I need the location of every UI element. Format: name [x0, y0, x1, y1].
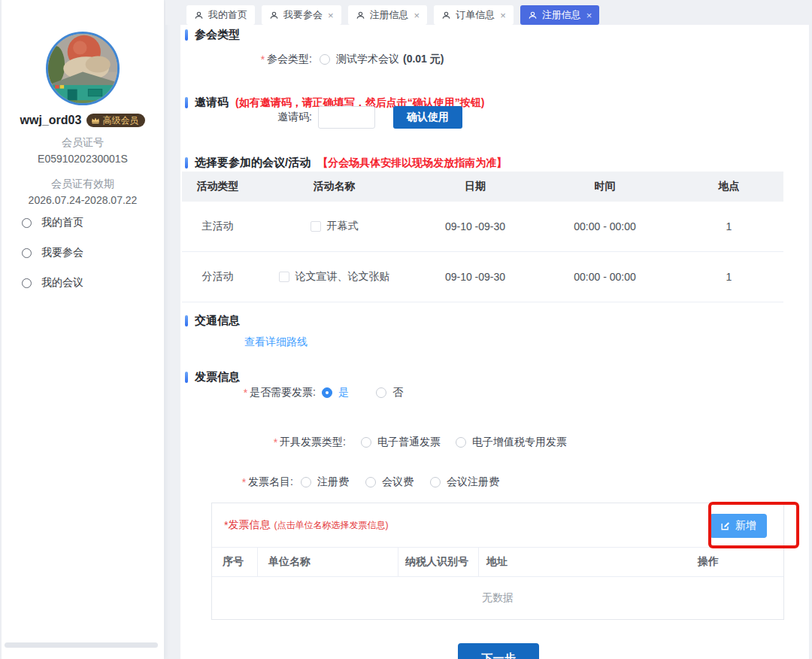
attend-type-price: (0.01 元) [403, 53, 444, 66]
tab-label: 注册信息 [542, 8, 581, 22]
circle-icon [22, 248, 32, 258]
section-title: 发票信息 [195, 370, 240, 384]
option-label: 电子增值税专用发票 [472, 436, 567, 449]
section-invoice: 发票信息 [185, 370, 240, 384]
sidebar-item-label: 我的会议 [41, 276, 83, 290]
invoice-name-option-conference-registration-fee[interactable]: 会议注册费 [430, 475, 499, 489]
radio-unchecked-icon[interactable] [320, 54, 330, 65]
option-label: 否 [392, 386, 403, 399]
radio-unchecked-icon[interactable] [430, 477, 441, 487]
radio-checked-icon[interactable] [322, 387, 332, 398]
activities-table-header: 活动类型 活动名称 日期 时间 地点 [182, 172, 783, 202]
checkbox-unchecked-icon[interactable] [279, 272, 289, 282]
activities-note: 【分会场具体安排以现场发放指南为准】 [317, 156, 507, 170]
col-header-place: 地点 [674, 180, 783, 193]
view-route-link[interactable]: 查看详细路线 [244, 336, 308, 349]
invoice-type-option-normal[interactable]: 电子普通发票 [361, 436, 441, 449]
invite-code-label: 邀请码: [277, 111, 312, 124]
invoice-need-no-option[interactable]: 否 [376, 386, 403, 399]
tab-registration-info-2-active[interactable]: 注册信息 × [520, 5, 600, 25]
section-title: 参会类型 [195, 28, 240, 42]
option-label: 会议费 [382, 475, 414, 489]
checkbox-unchecked-icon[interactable] [311, 221, 321, 232]
radio-unchecked-icon[interactable] [361, 437, 371, 448]
tab-close-icon[interactable]: × [586, 10, 592, 21]
circle-icon [22, 218, 32, 228]
invoice-name-label: 发票名目: [248, 475, 293, 489]
avatar-image [48, 34, 117, 103]
tab-registration-info-1[interactable]: 注册信息 × [348, 5, 428, 25]
radio-unchecked-icon[interactable] [376, 387, 386, 398]
sidebar-scrollbar-thumb[interactable] [5, 642, 158, 648]
section-activities: 选择要参加的会议/活动 【分会场具体安排以现场发放指南为准】 [185, 156, 507, 170]
member-badge: 高级会员 [86, 114, 145, 127]
table-row: 主活动 开幕式 09-10 -09-30 00:00 - 00:00 1 [182, 202, 783, 252]
invoice-table-header: 序号 单位名称 纳税人识别号 地址 操作 [212, 548, 783, 577]
cert-number-label: 会员证号 [2, 136, 164, 150]
col-header-date: 日期 [415, 180, 535, 193]
option-label: 注册费 [317, 475, 349, 489]
radio-unchecked-icon[interactable] [301, 477, 311, 487]
member-badge-label: 高级会员 [102, 116, 138, 125]
person-icon [441, 11, 451, 20]
attend-type-option-label: 测试学术会议 [336, 53, 399, 66]
invoice-name-option-registration-fee[interactable]: 注册费 [301, 475, 349, 489]
table-row: 分活动 论文宣讲、论文张贴 09-10 -09-30 00:00 - 00:00… [182, 252, 783, 302]
tab-bar: 我的首页 我要参会 × 注册信息 × 订单信息 × 注册信息 × [165, 0, 812, 25]
tab-close-icon[interactable]: × [328, 10, 334, 21]
required-mark: * [261, 53, 265, 65]
activity-place: 1 [674, 271, 783, 283]
invoice-type-row: * 开具发票类型: 电子普通发票 电子增值税专用发票 [180, 436, 567, 449]
cert-number-value: E0591020230001S [2, 153, 164, 165]
activity-time: 00:00 - 00:00 [535, 271, 674, 283]
person-icon [269, 11, 279, 20]
next-step-button[interactable]: 下一步 [458, 643, 539, 659]
invoice-name-option-conference-fee[interactable]: 会议费 [365, 475, 414, 489]
option-label: 会议注册费 [447, 475, 499, 489]
tab-order-info[interactable]: 订单信息 × [434, 5, 514, 25]
sidebar-item-my-home[interactable]: 我的首页 [2, 208, 164, 238]
invoice-panel-header: * 发票信息 (点击单位名称选择发票信息) 新增 [212, 503, 783, 548]
sidebar-item-my-conferences[interactable]: 我的会议 [2, 268, 164, 298]
activity-time: 00:00 - 00:00 [535, 220, 674, 232]
activity-date: 09-10 -09-30 [415, 271, 535, 283]
sidebar-item-join-conference[interactable]: 我要参会 [2, 238, 164, 268]
radio-unchecked-icon[interactable] [456, 437, 466, 448]
confirm-use-button[interactable]: 确认使用 [393, 106, 462, 129]
section-traffic: 交通信息 [185, 314, 240, 328]
col-header-tax-id: 纳税人识别号 [398, 548, 479, 576]
activities-table: 活动类型 活动名称 日期 时间 地点 主活动 开幕式 09-10 -09-30 … [182, 172, 783, 302]
invite-code-input[interactable] [318, 106, 375, 129]
activity-name-cell: 开幕式 [253, 220, 415, 233]
sidebar: wwj_ord03 高级会员 会员证号 E0591020230001S 会员证有… [2, 0, 164, 659]
cert-validity-label: 会员证有效期 [2, 178, 164, 191]
activity-type: 主活动 [182, 220, 253, 233]
section-attend-type: 参会类型 [185, 28, 240, 42]
tab-label: 订单信息 [456, 8, 495, 22]
col-header-company-name: 单位名称 [258, 548, 398, 576]
tab-label: 注册信息 [370, 8, 409, 22]
invoice-need-yes-option[interactable]: 是 [322, 386, 349, 399]
tab-close-icon[interactable]: × [414, 10, 420, 21]
invoice-need-row: * 是否需要发票: 是 否 [180, 386, 403, 399]
invoice-type-option-vat[interactable]: 电子增值税专用发票 [456, 436, 567, 449]
tab-join-conference[interactable]: 我要参会 × [262, 5, 341, 25]
tab-close-icon[interactable]: × [500, 10, 506, 21]
edit-icon [720, 521, 731, 531]
radio-unchecked-icon[interactable] [365, 477, 376, 487]
add-invoice-button[interactable]: 新增 [710, 514, 767, 538]
invite-code-row: 邀请码: 确认使用 [180, 106, 462, 129]
section-accent-bar [185, 372, 188, 383]
empty-state-text: 无数据 [212, 577, 783, 619]
attend-type-row: * 参会类型: 测试学术会议 (0.01 元) [180, 53, 444, 66]
tab-my-home[interactable]: 我的首页 [186, 5, 255, 25]
section-accent-bar [185, 29, 188, 41]
avatar [46, 32, 120, 105]
attend-type-option[interactable]: 测试学术会议 (0.01 元) [320, 53, 444, 66]
person-icon [528, 11, 538, 20]
option-label: 是 [338, 386, 349, 399]
section-title: 选择要参加的会议/活动 [195, 156, 311, 170]
main-panel: 参会类型 * 参会类型: 测试学术会议 (0.01 元) 邀请码 (如有邀请码，… [180, 25, 809, 659]
activity-type: 分活动 [182, 270, 253, 284]
invoice-panel-note: (点击单位名称选择发票信息) [274, 519, 388, 532]
